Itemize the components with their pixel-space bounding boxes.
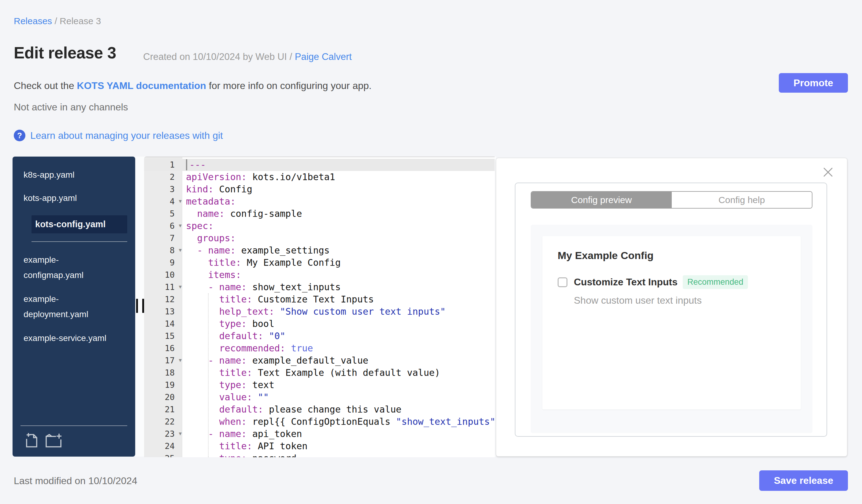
code-line-23[interactable]: 23▾ - name: api_token: [144, 428, 495, 440]
close-icon[interactable]: [823, 167, 834, 178]
code-line-14[interactable]: 14 type: bool: [144, 318, 495, 330]
code-line-3[interactable]: 3kind: Config: [144, 183, 495, 196]
code-line-22[interactable]: 22 when: repl{{ ConfigOptionEquals "show…: [144, 416, 495, 428]
code-line-25[interactable]: 25 type: password: [144, 452, 495, 457]
config-render-card: My Example Config Customize Text Inputs …: [543, 236, 801, 410]
sidebar-file-example-deployment-yaml[interactable]: example-deployment.yaml: [24, 291, 112, 322]
docs-text-after: for more info on configuring your app.: [206, 80, 372, 91]
code-line-21[interactable]: 21 default: please change this value: [144, 403, 495, 416]
code-line-24[interactable]: 24 title: API token: [144, 440, 495, 452]
code-text[interactable]: title: My Example Config: [182, 256, 495, 269]
code-line-4[interactable]: 4▾metadata:: [144, 196, 495, 208]
code-line-7[interactable]: 7 groups:: [144, 232, 495, 244]
code-line-15[interactable]: 15 default: "0": [144, 330, 495, 342]
code-text[interactable]: title: Customize Text Inputs: [182, 293, 495, 306]
fold-arrow-icon[interactable]: ▾: [179, 195, 182, 207]
file-sidebar: k8s-app.yamlkots-app.yaml kots-config.ya…: [13, 157, 135, 456]
code-text[interactable]: kind: Config: [182, 183, 495, 196]
yaml-editor[interactable]: 1---2apiVersion: kots.io/v1beta13kind: C…: [144, 157, 495, 457]
fold-arrow-icon[interactable]: ▾: [179, 280, 182, 293]
code-text[interactable]: apiVersion: kots.io/v1beta1: [182, 171, 495, 183]
promote-button[interactable]: Promote: [779, 73, 848, 93]
preview-body: My Example Config Customize Text Inputs …: [531, 225, 812, 433]
breadcrumb-separator: /: [52, 16, 60, 26]
code-line-1[interactable]: 1---: [144, 159, 495, 171]
save-release-button[interactable]: Save release: [759, 470, 848, 491]
line-number: 15: [144, 330, 182, 342]
line-number: 18: [144, 367, 182, 379]
code-line-20[interactable]: 20 value: "": [144, 391, 495, 403]
code-text[interactable]: name: config-sample: [182, 208, 495, 220]
kots-docs-link[interactable]: KOTS YAML documentation: [77, 80, 206, 91]
code-text[interactable]: type: bool: [182, 318, 495, 330]
fold-arrow-icon[interactable]: ▾: [179, 354, 182, 366]
resize-handle-left[interactable]: [136, 299, 144, 313]
code-text[interactable]: title: Text Example (with default value): [182, 367, 495, 379]
new-folder-icon[interactable]: [45, 432, 63, 449]
code-line-2[interactable]: 2apiVersion: kots.io/v1beta1: [144, 171, 495, 183]
code-line-8[interactable]: 8▾ - name: example_settings: [144, 244, 495, 256]
line-number: 9: [144, 256, 182, 269]
code-text[interactable]: default: "0": [182, 330, 495, 342]
question-icon[interactable]: ?: [14, 130, 25, 141]
code-line-9[interactable]: 9 title: My Example Config: [144, 256, 495, 269]
code-text[interactable]: help_text: "Show custom user text inputs…: [182, 306, 495, 318]
code-line-6[interactable]: 6▾spec:: [144, 220, 495, 232]
config-group-title: My Example Config: [558, 250, 654, 262]
code-line-5[interactable]: 5 name: config-sample: [144, 208, 495, 220]
sidebar-file-kots-app-yaml[interactable]: kots-app.yaml: [24, 192, 112, 204]
code-text[interactable]: items:: [182, 269, 495, 281]
code-text[interactable]: spec:: [182, 220, 495, 232]
tab-config-help[interactable]: Config help: [672, 192, 812, 208]
code-text[interactable]: metadata:: [182, 196, 495, 208]
breadcrumb: Releases / Release 3: [14, 16, 101, 26]
code-text[interactable]: - name: example_settings: [182, 244, 495, 256]
code-line-16[interactable]: 16 recommended: true: [144, 342, 495, 355]
code-line-10[interactable]: 10 items:: [144, 269, 495, 281]
code-text[interactable]: when: repl{{ ConfigOptionEquals "show_te…: [182, 416, 495, 428]
channel-status: Not active in any channels: [14, 102, 128, 113]
line-number: 17▾: [144, 355, 182, 367]
code-line-13[interactable]: 13 help_text: "Show custom user text inp…: [144, 306, 495, 318]
code-text[interactable]: ---: [182, 159, 495, 171]
sidebar-file-example-service-yaml[interactable]: example-service.yaml: [24, 331, 112, 346]
code-line-19[interactable]: 19 type: text: [144, 379, 495, 391]
indent-guide: [208, 293, 209, 457]
page-title: Edit release 3: [14, 43, 116, 62]
sidebar-file-k8s-app-yaml[interactable]: k8s-app.yaml: [24, 169, 112, 181]
code-line-12[interactable]: 12 title: Customize Text Inputs: [144, 293, 495, 306]
line-number: 11▾: [144, 281, 182, 293]
code-line-18[interactable]: 18 title: Text Example (with default val…: [144, 367, 495, 379]
customize-text-inputs-checkbox[interactable]: [558, 277, 567, 287]
fold-arrow-icon[interactable]: ▾: [179, 427, 182, 439]
sidebar-file-example-configmap-yaml[interactable]: example-configmap.yaml: [24, 252, 112, 283]
new-file-icon[interactable]: [24, 432, 38, 449]
line-number: 24: [144, 440, 182, 452]
sidebar-footer-divider: [21, 425, 127, 426]
docs-text-before: Check out the: [14, 80, 77, 91]
code-text[interactable]: - name: show_text_inputs: [182, 281, 495, 293]
line-number: 13: [144, 306, 182, 318]
file-list: k8s-app.yamlkots-app.yaml kots-config.ya…: [13, 157, 135, 346]
tab-config-preview[interactable]: Config preview: [531, 192, 672, 208]
git-releases-link[interactable]: Learn about managing your releases with …: [30, 130, 223, 141]
created-by-link[interactable]: Paige Calvert: [295, 51, 352, 62]
code-line-17[interactable]: 17▾ - name: example_default_value: [144, 355, 495, 367]
code-text[interactable]: type: password: [182, 452, 495, 457]
sidebar-file-selected[interactable]: kots-config.yaml: [31, 215, 127, 233]
code-line-11[interactable]: 11▾ - name: show_text_inputs: [144, 281, 495, 293]
code-text[interactable]: - name: api_token: [182, 428, 495, 440]
code-text[interactable]: title: API token: [182, 440, 495, 452]
fold-arrow-icon[interactable]: ▾: [179, 244, 182, 256]
config-item-label: Customize Text Inputs: [574, 277, 678, 288]
code-text[interactable]: default: please change this value: [182, 403, 495, 416]
code-lines[interactable]: 1---2apiVersion: kots.io/v1beta13kind: C…: [144, 157, 495, 457]
fold-arrow-icon[interactable]: ▾: [179, 219, 182, 231]
sidebar-footer: [13, 420, 135, 456]
code-text[interactable]: recommended: true: [182, 342, 495, 355]
code-text[interactable]: - name: example_default_value: [182, 355, 495, 367]
code-text[interactable]: type: text: [182, 379, 495, 391]
code-text[interactable]: value: "": [182, 391, 495, 403]
breadcrumb-releases-link[interactable]: Releases: [14, 16, 52, 26]
code-text[interactable]: groups:: [182, 232, 495, 244]
